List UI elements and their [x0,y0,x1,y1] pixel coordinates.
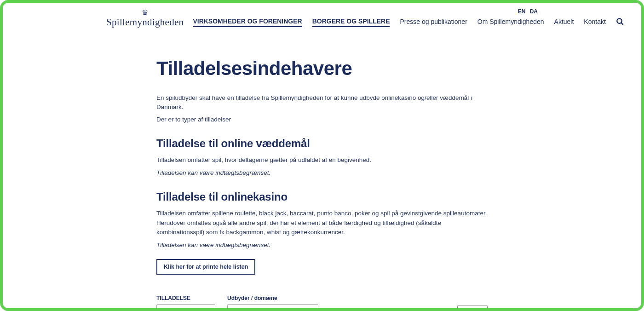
intro-line-2: Der er to typer af tilladelser [156,115,488,124]
main-nav: VIRKSOMHEDER OG FORENINGER BORGERE OG SP… [193,17,624,27]
site-header: ♛ Spillemyndigheden VIRKSOMHEDER OG FORE… [3,6,641,31]
print-list-button[interactable]: Klik her for at printe hele listen [156,259,255,275]
search-icon[interactable] [616,17,624,27]
para-vaeddemaal: Tilladelsen omfatter spil, hvor deltager… [156,156,488,165]
nav-aktuelt[interactable]: Aktuelt [554,18,574,27]
site-logo[interactable]: ♛ Spillemyndigheden [106,9,184,27]
nav-kontakt[interactable]: Kontakt [584,18,605,27]
search-button[interactable]: Søg [457,305,488,308]
para-vaeddemaal-note: Tilladelsen kan være indtægtsbegrænset. [156,168,488,178]
label-udbyder: Udbyder / domæne [227,295,318,301]
logo-text: Spillemyndigheden [106,17,184,27]
label-tilladelse: TILLADELSE [156,295,215,301]
intro-line-1: En spiludbyder skal have en tilladelse f… [156,93,488,112]
filter-bar: TILLADELSE - Enhver - Udbyder / domæne T… [156,295,488,308]
lang-da[interactable]: DA [530,8,538,15]
select-tilladelse[interactable]: - Enhver - [156,304,215,308]
select-tilladelse-value: - Enhver - [161,308,186,308]
nav-presse[interactable]: Presse og publikationer [400,18,467,27]
nav-virksomheder[interactable]: VIRKSOMHEDER OG FORENINGER [193,17,302,27]
svg-point-0 [617,18,622,23]
main-content: Tilladelsesindehavere En spiludbyder ska… [156,58,488,308]
chevron-down-icon [206,308,211,308]
page-title: Tilladelsesindehavere [156,58,488,80]
input-udbyder[interactable] [227,304,318,308]
language-switcher: EN DA [515,8,538,15]
nav-om[interactable]: Om Spillemyndigheden [477,18,544,27]
heading-vaeddemaal: Tilladelse til online væddemål [156,137,488,150]
lang-en[interactable]: EN [518,8,526,15]
svg-line-1 [621,23,623,25]
para-onlinekasino-note: Tilladelsen kan være indtægtsbegrænset. [156,241,488,250]
para-onlinekasino: Tilladelsen omfatter spillene roulette, … [156,209,488,237]
crown-icon: ♛ [142,9,148,17]
heading-onlinekasino: Tilladelse til onlinekasino [156,190,488,203]
nav-borgere[interactable]: BORGERE OG SPILLERE [312,17,390,27]
